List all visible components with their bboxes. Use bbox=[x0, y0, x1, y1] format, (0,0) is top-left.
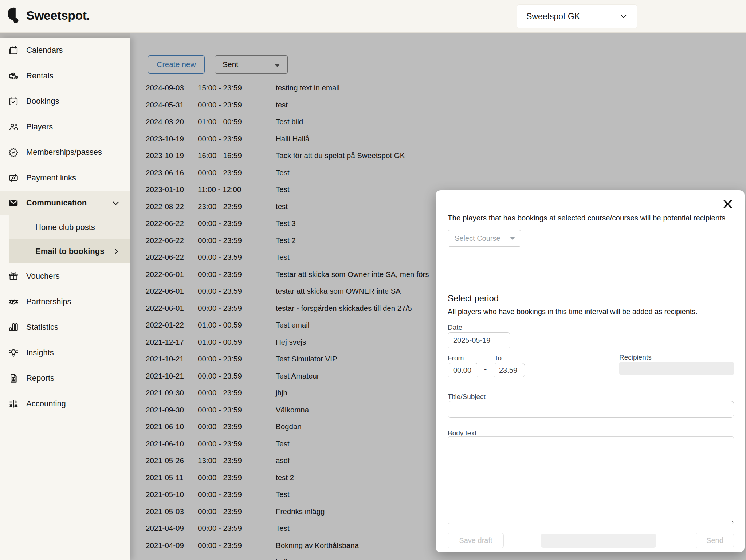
app-header: Sweetspot. Sweetspot GK bbox=[0, 0, 746, 33]
sidebar-item-label: Players bbox=[26, 122, 53, 132]
chevron-right-icon bbox=[112, 247, 121, 257]
golf-cart-icon bbox=[7, 70, 20, 82]
badge-check-icon bbox=[7, 146, 20, 158]
sidebar-item-payment-links[interactable]: Payment links bbox=[0, 165, 130, 191]
club-selector-value: Sweetspot GK bbox=[526, 12, 580, 21]
logo-text: Sweetspot. bbox=[26, 8, 90, 23]
recipients-field[interactable] bbox=[619, 362, 734, 375]
sidebar-item-statistics[interactable]: Statistics bbox=[0, 314, 130, 340]
footer-placeholder-bar bbox=[541, 534, 656, 548]
bar-chart-icon bbox=[7, 321, 20, 333]
lightbulb-icon bbox=[7, 346, 20, 359]
sidebar: Calendars Rentals Bookings Players Membe… bbox=[0, 38, 130, 560]
banknote-icon bbox=[7, 172, 20, 184]
sidebar-item-label: Insights bbox=[26, 348, 54, 357]
date-input[interactable] bbox=[448, 332, 510, 348]
sidebar-item-label: Reports bbox=[26, 373, 54, 383]
body-text-textarea[interactable] bbox=[448, 436, 734, 524]
sidebar-subitem-label: Email to bookings bbox=[35, 247, 104, 256]
sidebar-item-calendars[interactable]: Calendars bbox=[0, 38, 130, 63]
sidebar-item-label: Bookings bbox=[26, 97, 59, 106]
body-text-label: Body text bbox=[448, 429, 476, 437]
send-button[interactable]: Send bbox=[696, 533, 734, 548]
chevron-down-icon bbox=[111, 199, 121, 209]
handshake-icon bbox=[7, 295, 20, 308]
sidebar-item-label: Communication bbox=[26, 198, 87, 208]
app-logo: Sweetspot. bbox=[8, 7, 90, 23]
recipients-note: The players that has bookings at selecte… bbox=[448, 214, 728, 222]
recipients-label: Recipients bbox=[619, 353, 652, 361]
sidebar-item-label: Accounting bbox=[26, 399, 66, 408]
calendar-check-icon bbox=[7, 95, 20, 107]
envelope-icon bbox=[7, 197, 20, 209]
players-icon bbox=[7, 121, 20, 133]
save-draft-button[interactable]: Save draft bbox=[448, 533, 504, 548]
calendar-icon bbox=[7, 44, 20, 56]
sidebar-item-label: Calendars bbox=[26, 46, 63, 55]
sidebar-item-bookings[interactable]: Bookings bbox=[0, 89, 130, 114]
sidebar-item-label: Vouchers bbox=[26, 271, 60, 281]
gift-icon bbox=[7, 270, 20, 282]
sidebar-item-players[interactable]: Players bbox=[0, 114, 130, 140]
sidebar-item-accounting[interactable]: Accounting bbox=[0, 391, 130, 416]
to-time-input[interactable] bbox=[494, 363, 525, 377]
club-selector-dropdown[interactable]: Sweetspot GK bbox=[517, 4, 637, 28]
sweetspot-logo-icon bbox=[8, 7, 23, 23]
sidebar-item-label: Memberships/passes bbox=[26, 148, 102, 157]
caret-down-icon bbox=[510, 237, 515, 240]
sidebar-item-vouchers[interactable]: Vouchers bbox=[0, 263, 130, 289]
sidebar-subitem-label: Home club posts bbox=[35, 223, 95, 232]
sidebar-item-memberships[interactable]: Memberships/passes bbox=[0, 140, 130, 165]
range-separator: - bbox=[484, 364, 487, 374]
sidebar-item-reports[interactable]: Reports bbox=[0, 365, 130, 391]
select-course-dropdown[interactable]: Select Course bbox=[448, 230, 521, 247]
sidebar-item-home-club-posts[interactable]: Home club posts bbox=[9, 215, 130, 239]
sidebar-item-communication[interactable]: Communication bbox=[0, 191, 130, 215]
sidebar-item-partnerships[interactable]: Partnerships bbox=[0, 289, 130, 314]
title-subject-label: Title/Subject bbox=[448, 393, 486, 401]
sidebar-item-insights[interactable]: Insights bbox=[0, 340, 130, 365]
sidebar-item-label: Statistics bbox=[26, 322, 58, 332]
sidebar-item-label: Rentals bbox=[26, 71, 54, 81]
chevron-down-icon bbox=[619, 12, 628, 21]
to-label: To bbox=[494, 354, 502, 362]
select-course-placeholder: Select Course bbox=[455, 234, 500, 243]
email-compose-modal: The players that has bookings at selecte… bbox=[436, 190, 745, 552]
sidebar-item-email-to-bookings[interactable]: Email to bookings bbox=[9, 239, 130, 263]
calculator-icon bbox=[7, 398, 20, 410]
select-period-title: Select period bbox=[448, 293, 499, 304]
from-time-input[interactable] bbox=[448, 363, 478, 377]
date-label: Date bbox=[448, 324, 462, 332]
from-label: From bbox=[448, 354, 464, 362]
sidebar-item-rentals[interactable]: Rentals bbox=[0, 63, 130, 89]
title-subject-input[interactable] bbox=[448, 401, 734, 418]
select-period-description: All players who have bookings in this ti… bbox=[448, 308, 698, 316]
document-icon bbox=[7, 372, 20, 384]
sidebar-item-label: Payment links bbox=[26, 173, 76, 183]
close-icon[interactable] bbox=[722, 198, 734, 210]
sidebar-item-label: Partnerships bbox=[26, 297, 71, 306]
